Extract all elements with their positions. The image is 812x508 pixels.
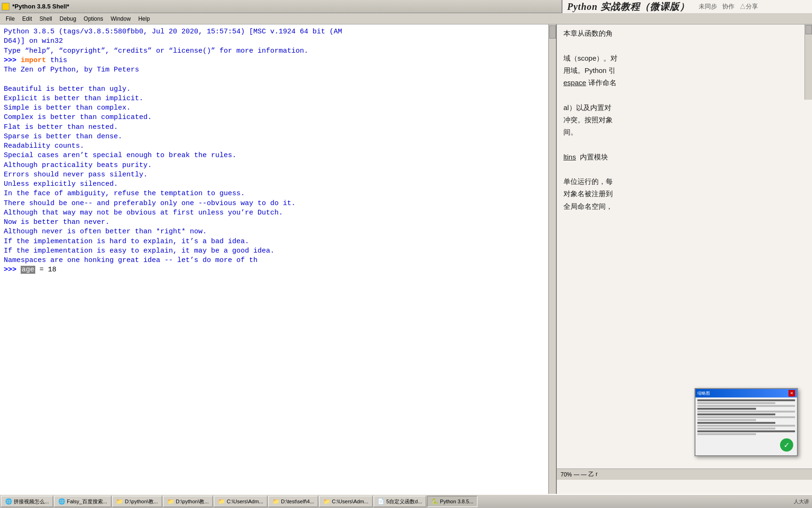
menu-edit[interactable]: Edit [18, 15, 36, 23]
taskbar-label-1: 拼接视频怎么... [14, 498, 49, 505]
folder-icon-5: 📁 [323, 498, 330, 505]
python-icon: 🐍 [431, 498, 438, 505]
zen-17: If the implementation is hard to explain… [4, 237, 552, 246]
taskbar-item-folder1[interactable]: 📁 D:\python\教... [112, 496, 162, 507]
taskbar-item-doc[interactable]: 📄 5自定义函数d... [374, 496, 426, 507]
taskbar-label-7: C:\Users\Adm... [332, 499, 368, 504]
zen-18: If the implementation is easy to explain… [4, 246, 552, 256]
taskbar-label-2: Falsy_百度搜索... [67, 498, 107, 505]
zen-13: There should be one-- and preferably onl… [4, 199, 552, 208]
thumbnail-title: 缩略图 [697, 390, 710, 397]
startup-line3: Type “help”, “copyright”, “credits” or “… [4, 47, 552, 56]
thumbnail-check-icon: ✓ [780, 438, 793, 452]
taskbar-item-folder4[interactable]: 📁 D:\test\self\4... [268, 496, 318, 507]
zoom-label: 乙 r [588, 470, 597, 478]
taskbar: 🌐 拼接视频怎么... 🌐 Falsy_百度搜索... 📁 D:\python\… [0, 494, 812, 508]
zen-4: Complex is better than complicated. [4, 113, 552, 122]
zen-9: Although practicality beats purity. [4, 161, 552, 170]
title-bar: *Python 3.8.5 Shell* Python 实战教程（微课版） 未同… [0, 0, 812, 13]
taskbar-label-9: Python 3.8.5... [440, 499, 473, 504]
right-panel-content: 本章从函数的角 域（scope）。对 用域。Python 引 espace 译作… [563, 27, 805, 213]
zen-7: Readability counts. [4, 142, 552, 151]
taskbar-label-6: D:\test\self\4... [281, 499, 314, 504]
browser-icon: 🌐 [5, 498, 12, 505]
zen-title: The Zen of Python, by Tim Peters [4, 65, 552, 75]
zen-8: Special cases aren’t special enough to b… [4, 151, 552, 160]
zen-3: Simple is better than complex. [4, 103, 552, 113]
folder-icon-3: 📁 [218, 498, 225, 505]
taskbar-item-browser2[interactable]: 🌐 Falsy_百度搜索... [54, 496, 111, 507]
taskbar-label-8: 5自定义函数d... [386, 498, 422, 505]
menu-help[interactable]: Help [134, 15, 154, 23]
import-line: >>> import this [4, 56, 552, 65]
startup-line1: Python 3.8.5 (tags/v3.8.5:580fbb0, Jul 2… [4, 27, 552, 37]
doc-icon: 📄 [378, 498, 384, 505]
menu-options[interactable]: Options [80, 15, 107, 23]
zen-1: Beautiful is better than ugly. [4, 85, 552, 94]
zoom-separator: — — [574, 471, 586, 478]
taskbar-item-python[interactable]: 🐍 Python 3.8.5... [427, 496, 477, 507]
window-title: *Python 3.8.5 Shell* [12, 3, 69, 10]
browser-icon-2: 🌐 [58, 498, 65, 505]
zen-14: Although that way may not be obvious at … [4, 208, 552, 218]
zen-2: Explicit is better than implicit. [4, 94, 552, 103]
menu-window[interactable]: Window [107, 15, 134, 23]
startup-line2: D64)] on win32 [4, 37, 552, 46]
right-panel-scrollbar[interactable] [804, 24, 812, 100]
zen-16: Although never is often better than *rig… [4, 227, 552, 237]
right-panel-title-bar: Python 实战教程（微课版） [567, 0, 689, 13]
taskbar-item-folder3[interactable]: 📁 C:\Users\Adm... [214, 496, 267, 507]
folder-icon-2: 📁 [167, 498, 174, 505]
folder-icon-1: 📁 [117, 498, 123, 505]
taskbar-item-browser1[interactable]: 🌐 拼接视频怎么... [1, 496, 53, 507]
app-icon [2, 3, 9, 10]
menu-file[interactable]: File [2, 15, 18, 23]
menu-bar: File Edit Shell Debug Options Window Hel… [0, 13, 812, 24]
taskbar-item-folder2[interactable]: 📁 D:\python\教... [163, 496, 213, 507]
zen-10: Errors should never pass silently. [4, 170, 552, 180]
menu-debug[interactable]: Debug [56, 15, 80, 23]
thumbnail-preview: 缩略图 ✕ ✓ [695, 388, 798, 456]
taskbar-label-5: C:\Users\Adm... [226, 499, 263, 504]
zoom-bar: 70% — — 乙 r [557, 468, 812, 480]
terminal-scrollbar[interactable] [548, 24, 556, 494]
zen-11: Unless explicitly silenced. [4, 180, 552, 189]
zen-5: Flat is better than nested. [4, 123, 552, 132]
taskbar-label-4: D:\python\教... [176, 498, 209, 505]
thumbnail-close-button[interactable]: ✕ [789, 390, 795, 397]
zen-19: Namespaces are one honking great idea --… [4, 256, 552, 265]
menu-shell[interactable]: Shell [36, 15, 56, 23]
folder-icon-4: 📁 [273, 498, 279, 505]
zen-6: Sparse is better than dense. [4, 132, 552, 142]
terminal[interactable]: Python 3.8.5 (tags/v3.8.5:580fbb0, Jul 2… [0, 24, 557, 494]
zen-15: Now is better than never. [4, 218, 552, 227]
scrollbar-thumb[interactable] [549, 25, 556, 39]
taskbar-right-text: 人大讲 [794, 498, 811, 505]
right-scrollbar-thumb[interactable] [805, 25, 812, 34]
taskbar-label-3: D:\python\教... [125, 498, 158, 505]
zoom-level: 70% [561, 471, 572, 478]
right-panel: 本章从函数的角 域（scope）。对 用域。Python 引 espace 译作… [557, 24, 812, 494]
age-line: >>> age = 18 [4, 265, 552, 275]
taskbar-item-folder5[interactable]: 📁 C:\Users\Adm... [319, 496, 373, 507]
zen-12: In the face of ambiguity, refuse the tem… [4, 189, 552, 198]
